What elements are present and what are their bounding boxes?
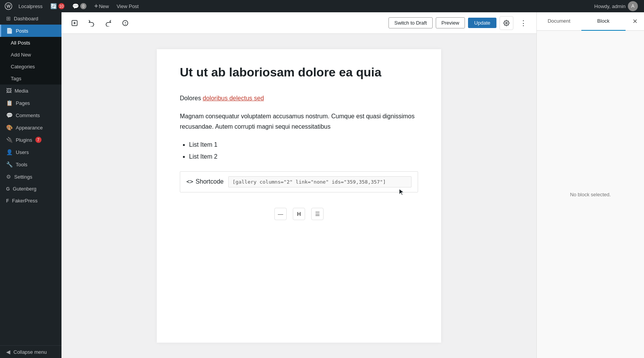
- wp-logo[interactable]: W: [3, 0, 14, 12]
- sidebar-item-tags[interactable]: Tags: [0, 73, 61, 85]
- sidebar-item-posts[interactable]: 📄 Posts: [0, 25, 61, 37]
- details-button[interactable]: [118, 16, 132, 30]
- paragraph-1-link[interactable]: doloribus delectus sed: [203, 95, 264, 101]
- svg-point-7: [125, 24, 126, 24]
- posts-submenu: All Posts Add New Categories Tags: [0, 37, 61, 85]
- paragraph-2[interactable]: Magnam consequatur voluptatem accusamus …: [180, 111, 418, 132]
- list-item-1[interactable]: List Item 1: [189, 139, 418, 150]
- close-panel-button[interactable]: ✕: [626, 12, 644, 31]
- tools-icon: 🔧: [6, 161, 13, 167]
- update-button[interactable]: Update: [468, 18, 496, 28]
- more-options-button[interactable]: ⋮: [516, 16, 530, 30]
- post-list: List Item 1 List Item 2: [189, 139, 418, 162]
- shortcode-input[interactable]: [228, 176, 412, 187]
- sidebar-item-add-new[interactable]: Add New: [0, 49, 61, 61]
- main-layout: ⊞ Dashboard 📄 Posts All Posts Add New Ca…: [0, 12, 644, 358]
- inserter-list-btn[interactable]: ☰: [311, 208, 324, 220]
- posts-icon: 📄: [6, 28, 13, 34]
- appearance-icon: 🎨: [6, 124, 13, 131]
- admin-bar: W Localpress 🔄 10 💬 0 + New View Post Ho…: [0, 0, 644, 12]
- sidebar-item-tools[interactable]: 🔧 Tools: [0, 158, 61, 171]
- post-title[interactable]: Ut ut ab laboriosam dolore ea quia: [180, 65, 418, 81]
- right-panel-header: Document Block ✕: [537, 12, 644, 31]
- adminbar-site-name[interactable]: Localpress: [15, 0, 46, 12]
- tab-block[interactable]: Block: [581, 12, 626, 31]
- preview-button[interactable]: Preview: [436, 17, 465, 28]
- sidebar-item-collapse[interactable]: ◀ Collapse menu: [0, 346, 61, 358]
- sidebar-item-fakerpress[interactable]: F FakerPress: [0, 195, 61, 207]
- undo-button[interactable]: [85, 16, 98, 30]
- editor-content: Ut ut ab laboriosam dolore ea quia Dolor…: [61, 34, 536, 358]
- collapse-icon: ◀: [6, 349, 10, 355]
- comments-badge: 0: [80, 3, 86, 9]
- sidebar-item-settings[interactable]: ⚙ Settings: [0, 171, 61, 183]
- sidebar-item-categories[interactable]: Categories: [0, 61, 61, 73]
- sidebar-item-gutenberg[interactable]: G Gutenberg: [0, 183, 61, 195]
- adminbar-new[interactable]: + New: [91, 0, 112, 12]
- right-panel: Document Block ✕ No block selected.: [536, 12, 644, 358]
- adminbar-updates[interactable]: 🔄 10: [47, 0, 68, 12]
- no-block-message: No block selected.: [570, 192, 611, 197]
- updates-badge: 10: [58, 3, 65, 9]
- adminbar-comments[interactable]: 💬 0: [69, 0, 90, 12]
- sidebar-item-all-posts[interactable]: All Posts: [0, 37, 61, 49]
- inserter-heading-btn[interactable]: H: [293, 208, 305, 220]
- settings-button[interactable]: [500, 16, 513, 30]
- media-icon: 🖼: [6, 88, 12, 94]
- plugins-badge: 7: [35, 137, 41, 143]
- adminbar-view-post[interactable]: View Post: [113, 0, 142, 12]
- editor-toolbar: Switch to Draft Preview Update ⋮: [61, 12, 536, 34]
- tab-document[interactable]: Document: [537, 12, 581, 31]
- comments-icon: 💬: [6, 112, 13, 118]
- users-icon: 👤: [6, 149, 13, 155]
- list-item-2[interactable]: List Item 2: [189, 151, 418, 162]
- add-block-button[interactable]: [68, 16, 81, 30]
- redo-button[interactable]: [101, 16, 115, 30]
- sidebar-item-plugins[interactable]: 🔌 Plugins 7: [0, 134, 61, 146]
- sidebar-item-appearance[interactable]: 🎨 Appearance: [0, 121, 61, 134]
- dashboard-icon: ⊞: [6, 15, 11, 22]
- svg-text:W: W: [7, 4, 11, 8]
- adminbar-howdy: Howdy, admin A: [591, 1, 641, 11]
- sidebar-item-dashboard[interactable]: ⊞ Dashboard: [0, 12, 61, 25]
- settings-icon: ⚙: [6, 174, 11, 180]
- inserter-line-btn[interactable]: —: [274, 208, 287, 220]
- sidebar-item-media[interactable]: 🖼 Media: [0, 85, 61, 97]
- sidebar-item-comments[interactable]: 💬 Comments: [0, 109, 61, 121]
- pages-icon: 📋: [6, 100, 13, 106]
- sidebar-item-users[interactable]: 👤 Users: [0, 146, 61, 158]
- fakerpress-icon: F: [6, 198, 9, 204]
- switch-to-draft-button[interactable]: Switch to Draft: [388, 17, 433, 28]
- paragraph-1[interactable]: Dolores doloribus delectus sed: [180, 93, 418, 103]
- inserter-toolbar: — H ☰: [180, 202, 418, 226]
- right-panel-content: No block selected.: [537, 31, 644, 358]
- editor-area: Switch to Draft Preview Update ⋮: [61, 12, 536, 358]
- user-avatar[interactable]: A: [628, 1, 638, 11]
- sidebar: ⊞ Dashboard 📄 Posts All Posts Add New Ca…: [0, 12, 61, 358]
- gutenberg-icon: G: [6, 186, 10, 192]
- shortcode-icon: <> Shortcode: [186, 178, 224, 185]
- sidebar-item-pages[interactable]: 📋 Pages: [0, 97, 61, 109]
- shortcode-block[interactable]: <> Shortcode: [180, 171, 418, 192]
- toolbar-right: Switch to Draft Preview Update ⋮: [388, 16, 530, 30]
- plugins-icon: 🔌: [6, 137, 13, 143]
- editor-inner[interactable]: Ut ut ab laboriosam dolore ea quia Dolor…: [157, 49, 441, 343]
